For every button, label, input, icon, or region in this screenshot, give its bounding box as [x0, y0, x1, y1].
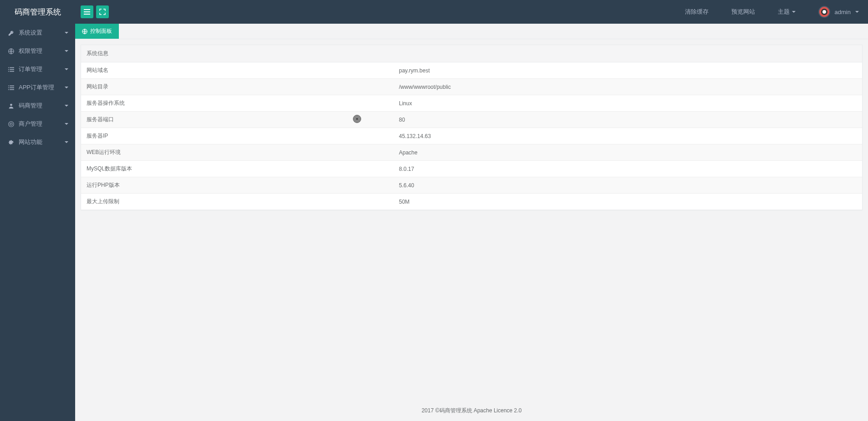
footer: 2017 ©码商管理系统 Apache Licence 2.0: [81, 403, 863, 416]
info-value: 8.0.17: [393, 161, 862, 177]
svg-point-14: [8, 121, 13, 126]
chevron-down-icon: [65, 50, 68, 52]
info-value: pay.rym.best: [393, 62, 862, 79]
key-icon: [7, 30, 15, 36]
svg-rect-5: [8, 71, 9, 72]
svg-rect-2: [10, 67, 14, 68]
clear-cache-label: 清除缓存: [685, 8, 709, 16]
globe-icon: [82, 29, 87, 34]
svg-rect-1: [8, 67, 9, 68]
sidebar-item-label: 网站功能: [19, 138, 42, 146]
svg-rect-7: [8, 85, 9, 86]
chevron-down-icon: [65, 32, 68, 34]
info-value: 50M: [393, 194, 862, 210]
panel-title: 系统信息: [87, 50, 108, 56]
table-row: 网站域名pay.rym.best: [81, 62, 862, 79]
chevron-down-icon: [65, 123, 68, 125]
table-row: 服务器端口80: [81, 112, 862, 128]
theme-label: 主题: [778, 8, 790, 16]
table-row: 网站目录/www/wwwroot/public: [81, 79, 862, 95]
list-icon: [7, 85, 15, 91]
info-value: 5.6.40: [393, 177, 862, 194]
info-label: WEB运行环境: [81, 144, 393, 161]
sidebar-item-label: 权限管理: [19, 47, 42, 55]
main-container: 系统设置 权限管理 订单管理 APP订单管理: [0, 24, 868, 421]
svg-point-13: [10, 103, 12, 106]
sidebar-item-order-management[interactable]: 订单管理: [0, 60, 75, 78]
sidebar-item-app-order-management[interactable]: APP订单管理: [0, 78, 75, 97]
info-value: Linux: [393, 95, 862, 112]
sidebar-item-site-features[interactable]: 网站功能: [0, 133, 75, 151]
info-label: 网站域名: [81, 62, 393, 79]
svg-rect-10: [10, 87, 14, 88]
sidebar-item-shop-management[interactable]: 商户管理: [0, 115, 75, 133]
sidebar-item-permission-management[interactable]: 权限管理: [0, 42, 75, 60]
system-info-table: 网站域名pay.rym.best网站目录/www/wwwroot/public服…: [81, 62, 862, 210]
chevron-down-icon: [65, 141, 68, 143]
user-menu[interactable]: admin: [818, 6, 859, 18]
sidebar-item-system-settings[interactable]: 系统设置: [0, 24, 75, 42]
sidebar-item-label: 商户管理: [19, 120, 42, 128]
footer-text: 2017 ©码商管理系统 Apache Licence 2.0: [422, 407, 522, 414]
info-label: 最大上传限制: [81, 194, 393, 210]
globe-icon: [7, 48, 15, 54]
panel-header: 系统信息: [81, 45, 862, 62]
sidebar-item-label: 系统设置: [19, 29, 42, 37]
info-label: 运行PHP版本: [81, 177, 393, 194]
svg-rect-3: [8, 69, 9, 70]
avatar-icon: [821, 9, 827, 15]
sidebar-item-merchant-management[interactable]: 码商管理: [0, 97, 75, 115]
table-row: WEB运行环境Apache: [81, 144, 862, 161]
info-label: 网站目录: [81, 79, 393, 95]
svg-rect-8: [10, 85, 14, 86]
info-value: 45.132.14.63: [393, 128, 862, 144]
info-value: Apache: [393, 144, 862, 161]
menu-icon: [84, 9, 90, 15]
user-icon: [7, 103, 15, 109]
gear-icon: [7, 139, 15, 145]
svg-rect-6: [10, 71, 14, 72]
svg-point-15: [10, 123, 12, 125]
svg-rect-9: [8, 87, 9, 88]
caret-down-icon: [855, 11, 859, 13]
info-value: /www/wwwroot/public: [393, 79, 862, 95]
sidebar-item-label: APP订单管理: [19, 83, 54, 92]
table-row: 运行PHP版本5.6.40: [81, 177, 862, 194]
info-label: 服务器端口: [81, 112, 393, 128]
tab-bar: 控制面板: [75, 24, 868, 39]
main-area: 控制面板 系统信息 网站域名pay.rym.best网站目录/www/wwwro…: [75, 24, 868, 421]
tab-label: 控制面板: [90, 27, 112, 35]
table-row: 服务器操作系统Linux: [81, 95, 862, 112]
username-label: admin: [835, 9, 851, 15]
list-icon: [7, 67, 15, 72]
info-label: 服务器IP: [81, 128, 393, 144]
header-right-controls: 清除缓存 预览网站 主题 admin: [685, 6, 868, 18]
chevron-down-icon: [65, 105, 68, 107]
svg-rect-11: [8, 89, 9, 90]
system-info-panel: 系统信息 网站域名pay.rym.best网站目录/www/wwwroot/pu…: [81, 45, 863, 210]
theme-dropdown[interactable]: 主题: [778, 8, 796, 16]
fullscreen-button[interactable]: [96, 5, 109, 18]
info-value: 80: [393, 112, 862, 128]
chevron-down-icon: [65, 68, 68, 70]
svg-rect-4: [10, 69, 14, 70]
table-row: 最大上传限制50M: [81, 194, 862, 210]
clear-cache-link[interactable]: 清除缓存: [685, 8, 709, 16]
avatar: [818, 6, 830, 18]
fullscreen-icon: [99, 9, 106, 15]
table-row: 服务器IP45.132.14.63: [81, 128, 862, 144]
table-row: MySQL数据库版本8.0.17: [81, 161, 862, 177]
info-label: 服务器操作系统: [81, 95, 393, 112]
cursor-indicator: [353, 115, 361, 123]
preview-site-label: 预览网站: [731, 8, 755, 16]
caret-down-icon: [792, 11, 796, 13]
menu-toggle-button[interactable]: [81, 5, 93, 18]
preview-site-link[interactable]: 预览网站: [731, 8, 755, 16]
tab-control-panel[interactable]: 控制面板: [75, 24, 119, 39]
svg-rect-12: [10, 89, 14, 90]
chevron-down-icon: [65, 87, 68, 88]
top-header: 码商管理系统 清除缓存 预览网站 主题 admin: [0, 0, 868, 24]
header-left-controls: [75, 5, 109, 18]
sidebar: 系统设置 权限管理 订单管理 APP订单管理: [0, 24, 75, 421]
target-icon: [7, 121, 15, 127]
